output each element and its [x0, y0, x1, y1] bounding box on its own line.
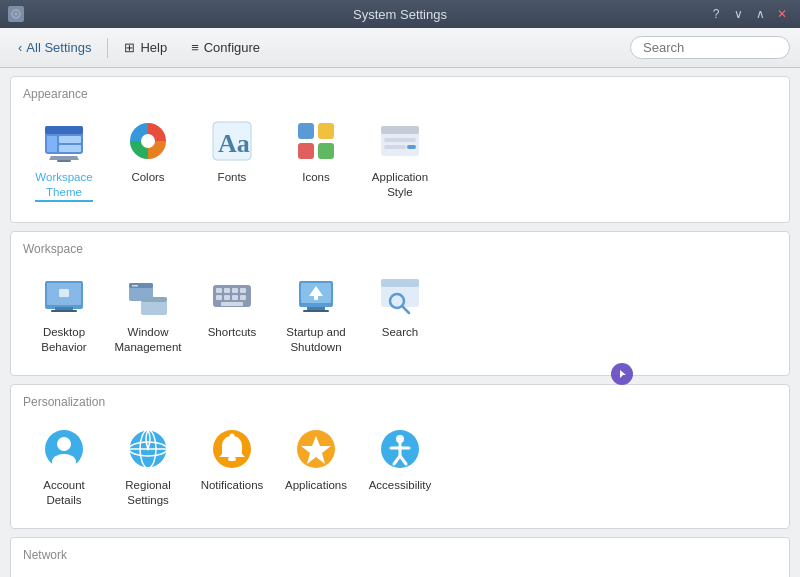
applications-icon	[292, 425, 340, 473]
svg-rect-16	[318, 143, 334, 159]
workspace-grid: DesktopBehavior WindowManagement	[23, 264, 777, 361]
colors-label: Colors	[131, 170, 164, 185]
workspace-section: Workspace DesktopBehavior	[10, 231, 790, 376]
applications-item[interactable]: Applications	[275, 417, 357, 514]
shortcuts-icon	[208, 272, 256, 320]
accessibility-icon	[376, 425, 424, 473]
search-input[interactable]	[630, 36, 790, 59]
configure-label: Configure	[204, 40, 260, 55]
icons-label: Icons	[302, 170, 330, 185]
window-management-icon	[124, 272, 172, 320]
network-title: Network	[23, 548, 777, 562]
svg-rect-7	[57, 160, 71, 162]
network-settings-item[interactable]: Settings	[107, 570, 189, 577]
appearance-title: Appearance	[23, 87, 777, 101]
svg-rect-4	[47, 136, 57, 152]
workspace-theme-item[interactable]: WorkspaceTheme	[23, 109, 105, 208]
personalization-section: Personalization AccountDetails	[10, 384, 790, 529]
app-icon	[8, 6, 24, 22]
svg-text:Aa: Aa	[218, 129, 250, 158]
svg-rect-19	[384, 138, 416, 142]
connections-item[interactable]: Connections	[23, 570, 105, 577]
help-button[interactable]: ⊞ Help	[116, 36, 175, 59]
svg-rect-3	[45, 126, 83, 134]
network-section: Network Connections	[10, 537, 790, 577]
svg-point-62	[230, 433, 235, 438]
svg-rect-61	[228, 457, 236, 461]
svg-rect-30	[141, 297, 167, 302]
toolbar: ‹ All Settings ⊞ Help ≡ Configure	[0, 28, 800, 68]
bluetooth-item[interactable]: Bluetooth	[275, 570, 357, 577]
accessibility-item[interactable]: Accessibility	[359, 417, 441, 514]
svg-rect-38	[224, 295, 230, 300]
title-bar-left	[8, 6, 24, 22]
application-style-label: ApplicationStyle	[372, 170, 428, 200]
configure-button[interactable]: ≡ Configure	[183, 36, 268, 59]
svg-rect-41	[221, 302, 243, 306]
svg-rect-36	[240, 288, 246, 293]
svg-point-1	[15, 13, 18, 16]
desktop-behavior-label: DesktopBehavior	[41, 325, 86, 355]
workspace-theme-label: WorkspaceTheme	[35, 170, 92, 202]
svg-rect-47	[314, 295, 318, 300]
svg-rect-15	[298, 143, 314, 159]
svg-rect-37	[216, 295, 222, 300]
startup-shutdown-label: Startup andShutdown	[286, 325, 345, 355]
fonts-item[interactable]: Aa Fonts	[191, 109, 273, 208]
svg-line-51	[402, 306, 409, 313]
desktop-behavior-item[interactable]: DesktopBehavior	[23, 264, 105, 361]
colors-icon	[124, 117, 172, 165]
svg-rect-35	[232, 288, 238, 293]
window-management-item[interactable]: WindowManagement	[107, 264, 189, 361]
svg-rect-26	[59, 289, 69, 297]
notifications-item[interactable]: Notifications	[191, 417, 273, 514]
back-label: All Settings	[26, 40, 91, 55]
search-label: Search	[382, 325, 418, 340]
svg-rect-18	[381, 126, 419, 134]
maximize-button[interactable]: ∧	[750, 4, 770, 24]
notifications-icon	[208, 425, 256, 473]
svg-rect-20	[384, 145, 406, 149]
toolbar-separator	[107, 38, 108, 58]
fonts-icon: Aa	[208, 117, 256, 165]
application-style-icon	[376, 117, 424, 165]
minimize-button[interactable]: ∨	[728, 4, 748, 24]
back-icon: ‹	[18, 40, 22, 55]
appearance-grid: WorkspaceTheme Colors	[23, 109, 777, 208]
notifications-label: Notifications	[201, 478, 264, 493]
desktop-behavior-icon	[40, 272, 88, 320]
help-label: Help	[140, 40, 167, 55]
fonts-label: Fonts	[218, 170, 247, 185]
account-details-label: AccountDetails	[43, 478, 85, 508]
help-title-button[interactable]: ?	[706, 4, 726, 24]
window-management-label: WindowManagement	[114, 325, 181, 355]
application-style-item[interactable]: ApplicationStyle	[359, 109, 441, 208]
window-title: System Settings	[353, 7, 447, 22]
svg-rect-31	[132, 285, 138, 287]
search-item[interactable]: Search	[359, 264, 441, 361]
svg-rect-33	[216, 288, 222, 293]
icons-item[interactable]: Icons	[275, 109, 357, 208]
applications-label: Applications	[285, 478, 347, 493]
account-details-icon	[40, 425, 88, 473]
window-controls: ? ∨ ∧ ✕	[706, 4, 792, 24]
startup-shutdown-item[interactable]: Startup andShutdown	[275, 264, 357, 361]
svg-rect-5	[59, 136, 81, 143]
colors-item[interactable]: Colors	[107, 109, 189, 208]
main-content: Appearance WorkspaceTheme	[0, 68, 800, 577]
svg-rect-25	[51, 310, 77, 312]
connectivity-item[interactable]: Connectivity	[191, 570, 273, 577]
personalization-title: Personalization	[23, 395, 777, 409]
workspace-theme-icon	[40, 117, 88, 165]
svg-rect-45	[303, 310, 329, 312]
shortcuts-item[interactable]: Shortcuts	[191, 264, 273, 361]
regional-settings-item[interactable]: RegionalSettings	[107, 417, 189, 514]
svg-rect-14	[318, 123, 334, 139]
close-button[interactable]: ✕	[772, 4, 792, 24]
menu-icon: ≡	[191, 40, 199, 55]
back-button[interactable]: ‹ All Settings	[10, 36, 99, 59]
account-details-item[interactable]: AccountDetails	[23, 417, 105, 514]
svg-point-53	[57, 437, 71, 451]
startup-shutdown-icon	[292, 272, 340, 320]
title-bar: System Settings ? ∨ ∧ ✕	[0, 0, 800, 28]
